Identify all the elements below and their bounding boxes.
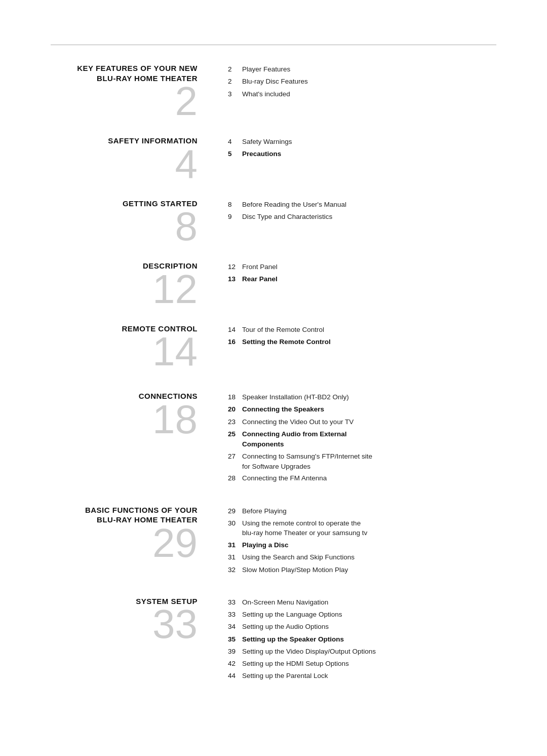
toc-item: 33On-Screen Menu Navigation [228, 597, 496, 608]
toc-item-number: 30 [228, 518, 242, 528]
section-number-system-setup: 33 [152, 604, 198, 645]
toc-item-number: 3 [228, 89, 242, 99]
toc-section-system-setup: SYSTEM SETUP3333On-Screen Menu Navigatio… [51, 596, 496, 684]
toc-item-number: 33 [228, 610, 242, 620]
toc-item-number: 39 [228, 647, 242, 657]
toc-item-number: 4 [228, 137, 242, 147]
toc-item: 9Disc Type and Characteristics [228, 212, 496, 222]
toc-item: 31Using the Search and Skip Functions [228, 552, 496, 562]
section-number-remote-control: 14 [152, 331, 198, 372]
toc-item-label: Slow Motion Play/Step Motion Play [242, 565, 348, 575]
toc-item: 2Player Features [228, 64, 496, 74]
toc-item-number: 2 [228, 64, 242, 74]
toc-item-label: Setting up the Speaker Options [242, 634, 344, 645]
toc-item-label: Setting up the HDMI Setup Options [242, 659, 349, 669]
toc-item-number: 9 [228, 212, 242, 222]
toc-item: 35Setting up the Speaker Options [228, 634, 496, 645]
toc-item-number: 27 [228, 451, 242, 462]
toc-item-label: On-Screen Menu Navigation [242, 597, 328, 608]
toc-item: 4Safety Warnings [228, 137, 496, 147]
toc-item-label: Playing a Disc [242, 540, 289, 550]
toc-section-basic-functions: BASIC FUNCTIONS OF YOURBLU-RAY HOME THEA… [51, 505, 496, 577]
toc-item-label: Before Playing [242, 506, 287, 516]
toc-item-label: Setting up the Audio Options [242, 622, 329, 632]
toc-section-key-features: KEY FEATURES OF YOUR NEWBLU-RAY HOME THE… [51, 63, 496, 122]
toc-item-label: Front Panel [242, 262, 278, 272]
toc-item: 20Connecting the Speakers [228, 404, 496, 414]
toc-item: 33Setting up the Language Options [228, 610, 496, 620]
toc-item-number: 8 [228, 200, 242, 210]
toc-item-number: 29 [228, 506, 242, 516]
toc-item-label: Setting up the Language Options [242, 610, 342, 620]
toc-item-label: Connecting Audio from ExternalComponents [242, 429, 347, 450]
toc-item: 23Connecting the Video Out to your TV [228, 417, 496, 427]
toc-item-label: Setting up the Parental Lock [242, 671, 328, 681]
toc-item-number: 14 [228, 325, 242, 335]
toc-item-label: Before Reading the User's Manual [242, 200, 346, 210]
toc-item-number: 12 [228, 262, 242, 272]
toc-item-number: 34 [228, 622, 242, 632]
toc-item-number: 42 [228, 659, 242, 669]
toc-item: 16Setting the Remote Control [228, 337, 496, 347]
toc-item-label: Rear Panel [242, 274, 278, 284]
toc-item-label: Connecting the Video Out to your TV [242, 417, 354, 427]
toc-item: 18Speaker Installation (HT-BD2 Only) [228, 392, 496, 402]
toc-item: 5Precautions [228, 149, 496, 159]
toc-item: 8Before Reading the User's Manual [228, 200, 496, 210]
toc-item-label: Connecting the Speakers [242, 404, 324, 414]
toc-section-safety-information: SAFETY INFORMATION44Safety Warnings5Prec… [51, 136, 496, 184]
toc-item: 25Connecting Audio from ExternalComponen… [228, 429, 496, 450]
toc-item: 27Connecting to Samsung's FTP/Internet s… [228, 451, 496, 471]
toc-item-number: 25 [228, 429, 242, 439]
toc-item-label: Setting the Remote Control [242, 337, 331, 347]
section-number-getting-started: 8 [175, 206, 198, 247]
toc-item: 44Setting up the Parental Lock [228, 671, 496, 681]
toc-item-label: Using the remote control to operate theb… [242, 518, 367, 538]
toc-item: 12Front Panel [228, 262, 496, 272]
toc-item-number: 5 [228, 149, 242, 159]
toc-item: 29Before Playing [228, 506, 496, 516]
toc-item: 3What's included [228, 89, 496, 99]
title-divider [51, 45, 496, 45]
toc-item: 34Setting up the Audio Options [228, 622, 496, 632]
toc-item-label: What's included [242, 89, 290, 99]
toc-item: 13Rear Panel [228, 274, 496, 284]
toc-item-label: Using the Search and Skip Functions [242, 552, 355, 562]
toc-item: 42Setting up the HDMI Setup Options [228, 659, 496, 669]
toc-section-getting-started: GETTING STARTED88Before Reading the User… [51, 199, 496, 247]
toc-section-connections: CONNECTIONS1818Speaker Installation (HT-… [51, 391, 496, 486]
toc-item-label: Connecting to Samsung's FTP/Internet sit… [242, 451, 372, 471]
section-number-description: 12 [152, 269, 198, 310]
toc-item-label: Player Features [242, 64, 290, 74]
toc-item-number: 20 [228, 404, 242, 414]
toc-item-number: 35 [228, 634, 242, 645]
toc-item: 28Connecting the FM Antenna [228, 473, 496, 483]
toc-item-number: 44 [228, 671, 242, 681]
toc-item: 2Blu-ray Disc Features [228, 77, 496, 87]
section-number-connections: 18 [152, 399, 198, 440]
toc-item-label: Disc Type and Characteristics [242, 212, 332, 222]
toc-item-label: Connecting the FM Antenna [242, 473, 327, 483]
toc-item-number: 13 [228, 274, 242, 284]
toc-item-label: Setting up the Video Display/Output Opti… [242, 647, 376, 657]
toc-item-number: 28 [228, 473, 242, 483]
toc-section-remote-control: REMOTE CONTROL1414Tour of the Remote Con… [51, 324, 496, 372]
toc-item-number: 33 [228, 597, 242, 608]
toc-item: 31Playing a Disc [228, 540, 496, 550]
toc-item-label: Speaker Installation (HT-BD2 Only) [242, 392, 349, 402]
toc-item: 14Tour of the Remote Control [228, 325, 496, 335]
toc-item-number: 31 [228, 540, 242, 550]
section-number-key-features: 2 [175, 81, 198, 122]
toc-item: 30Using the remote control to operate th… [228, 518, 496, 538]
toc-item-number: 31 [228, 552, 242, 562]
toc-section-description: DESCRIPTION1212Front Panel13Rear Panel [51, 261, 496, 310]
toc-item-label: Safety Warnings [242, 137, 292, 147]
toc-item-number: 16 [228, 337, 242, 347]
toc-container: KEY FEATURES OF YOUR NEWBLU-RAY HOME THE… [51, 63, 496, 698]
toc-item-number: 32 [228, 565, 242, 575]
toc-item-number: 18 [228, 392, 242, 402]
toc-item-label: Precautions [242, 149, 281, 159]
toc-item-number: 23 [228, 417, 242, 427]
toc-item: 32Slow Motion Play/Step Motion Play [228, 565, 496, 575]
section-number-basic-functions: 29 [152, 523, 198, 563]
